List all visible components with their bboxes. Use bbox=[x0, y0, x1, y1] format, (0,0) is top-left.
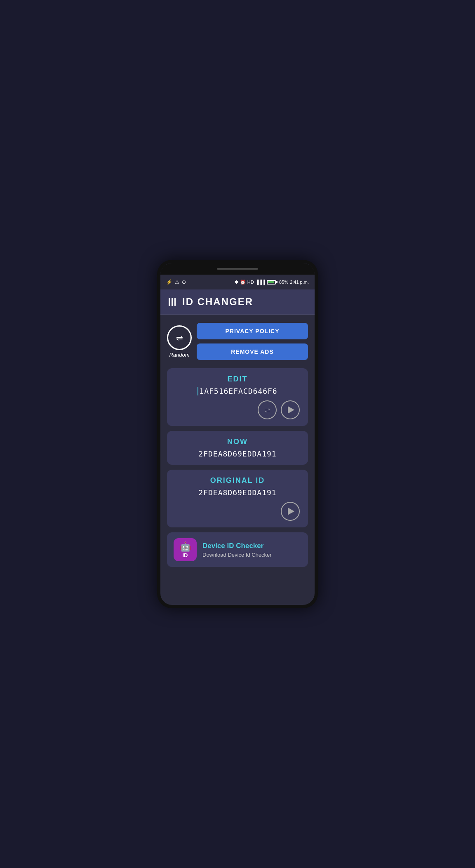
original-id-label: ORIGINAL ID bbox=[175, 476, 300, 485]
checker-text: Device ID Checker Download Device Id Che… bbox=[202, 542, 272, 558]
original-id-card: ORIGINAL ID 2FDEA8D69EDDA191 bbox=[167, 470, 308, 527]
alarm-icon: ⏰ bbox=[240, 280, 246, 285]
shuffle-edit-icon: ⇌ bbox=[265, 406, 270, 414]
notch-bar bbox=[160, 263, 315, 275]
time-display: 2:41 p.m. bbox=[290, 280, 309, 285]
restore-play-icon bbox=[288, 508, 294, 515]
edit-label: EDIT bbox=[175, 375, 300, 383]
app-title: ID CHANGER bbox=[182, 296, 253, 308]
app-header: ID CHANGER bbox=[160, 289, 315, 315]
shuffle-icon: ⇌ bbox=[176, 333, 183, 343]
edit-value: 1AF516EFACD646F6 bbox=[175, 387, 300, 395]
random-container: ⇌ Random bbox=[167, 325, 192, 358]
usb-icon: ⚡ bbox=[166, 279, 172, 285]
now-card: NOW 2FDEA8D69EDDA191 bbox=[167, 431, 308, 465]
phone-shell: ⚡ ⚠ ⊙ ✱ ⏰ HD ▐▐▐ 85% 2:41 p.m. ID CHANGE bbox=[157, 260, 318, 608]
restore-original-button[interactable] bbox=[281, 502, 300, 521]
apply-edit-button[interactable] bbox=[281, 400, 300, 419]
signal-bars: ▐▐▐ bbox=[256, 280, 265, 285]
hd-icon: HD bbox=[247, 280, 254, 285]
notch-line bbox=[217, 268, 258, 270]
status-bar: ⚡ ⚠ ⊙ ✱ ⏰ HD ▐▐▐ 85% 2:41 p.m. bbox=[160, 275, 315, 289]
checker-subtitle: Download Device Id Checker bbox=[202, 552, 272, 558]
original-id-value: 2FDEA8D69EDDA191 bbox=[175, 488, 300, 497]
menu-bar-3 bbox=[174, 298, 176, 306]
content-area: ⇌ Random PRIVACY POLICY REMOVE ADS EDIT … bbox=[160, 315, 315, 580]
status-left: ⚡ ⚠ ⊙ bbox=[166, 279, 186, 285]
action-buttons: PRIVACY POLICY REMOVE ADS bbox=[197, 323, 308, 360]
battery-percent: 85% bbox=[279, 280, 288, 285]
warning-icon: ⚠ bbox=[175, 279, 179, 285]
remove-ads-button[interactable]: REMOVE ADS bbox=[197, 343, 308, 360]
checker-card[interactable]: 🤖 ID Device ID Checker Download Device I… bbox=[167, 532, 308, 567]
bluetooth-icon: ✱ bbox=[235, 280, 238, 285]
checker-title: Device ID Checker bbox=[202, 542, 272, 550]
menu-bar-2 bbox=[172, 298, 173, 306]
original-card-actions bbox=[175, 502, 300, 521]
now-value: 2FDEA8D69EDDA191 bbox=[175, 449, 300, 458]
edit-card: EDIT 1AF516EFACD646F6 ⇌ bbox=[167, 368, 308, 426]
checker-icon: 🤖 ID bbox=[174, 538, 197, 561]
android-icon: 🤖 bbox=[180, 541, 191, 552]
random-button[interactable]: ⇌ bbox=[167, 325, 192, 350]
privacy-policy-button[interactable]: PRIVACY POLICY bbox=[197, 323, 308, 339]
menu-bar-1 bbox=[169, 298, 170, 306]
edit-card-actions: ⇌ bbox=[175, 400, 300, 419]
status-right: ✱ ⏰ HD ▐▐▐ 85% 2:41 p.m. bbox=[235, 280, 309, 285]
sync-icon: ⊙ bbox=[182, 279, 186, 285]
shuffle-edit-button[interactable]: ⇌ bbox=[258, 400, 277, 419]
id-badge: ID bbox=[183, 552, 188, 558]
random-label: Random bbox=[169, 352, 189, 358]
play-icon bbox=[288, 406, 294, 414]
battery-icon bbox=[267, 280, 277, 285]
menu-icon bbox=[169, 298, 176, 306]
top-row: ⇌ Random PRIVACY POLICY REMOVE ADS bbox=[167, 323, 308, 360]
now-label: NOW bbox=[175, 438, 300, 446]
